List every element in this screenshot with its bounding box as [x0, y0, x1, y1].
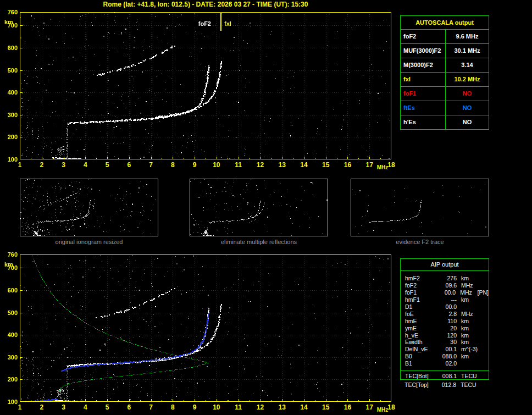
x-axis-tick-label: 3	[57, 403, 70, 411]
x-axis-tick-label: 8	[166, 161, 179, 169]
aip-row-value: 30	[437, 339, 457, 345]
thumbnail-original-canvas	[20, 179, 158, 236]
y-axis-tick-label: 300	[2, 354, 18, 361]
aip-row: TEC[Top] 012.8 TECU	[400, 381, 489, 388]
y-axis-tick-label: 500	[2, 67, 18, 74]
thumbnail-caption: eliminate multiple reflections	[190, 239, 328, 245]
aip-row-value: 110	[437, 318, 457, 324]
x-axis-unit-label: MHz	[374, 407, 391, 413]
aip-row: foF1 00.0 MHz [PN]	[401, 289, 489, 296]
aip-row-label: hmF1	[405, 296, 437, 303]
x-axis-tick-label: 9	[188, 161, 201, 169]
aip-row-value: 09.6	[437, 282, 457, 289]
aip-row: foE 2.8 MHz	[401, 310, 489, 317]
x-axis-tick-label: 2	[35, 161, 48, 169]
y-axis-unit-label: km	[4, 261, 19, 268]
table-row: MUF(3000)F2 30.1 MHz	[401, 44, 489, 58]
aip-row-label: DelN_vE	[405, 346, 437, 352]
x-axis-tick-label: 12	[253, 403, 267, 411]
x-axis-tick-label: 10	[210, 403, 223, 411]
x-axis-tick-label: 1	[13, 403, 26, 411]
x-axis-tick-label: 15	[319, 403, 332, 411]
y-axis-tick-label: 600	[2, 45, 18, 51]
aip-row-value: 012.8	[436, 381, 456, 388]
thumbnail-f2-trace-canvas	[351, 179, 489, 236]
autoscala-output-title: AUTOSCALA output	[401, 16, 489, 30]
table-row: foF2 9.6 MHz	[401, 30, 489, 44]
autoscala-row-value: NO	[446, 115, 489, 129]
x-axis-tick-label: 13	[275, 161, 289, 169]
aip-row-label: hmE	[405, 318, 437, 324]
table-row: ftEs NO	[401, 101, 489, 115]
aip-row-unit: m^(-3)	[457, 346, 479, 352]
y-axis-tick-label: 400	[2, 331, 18, 338]
aip-row-label: Ewidth	[405, 339, 437, 345]
top-ionogram-plot: foF2 fxI 760700600500400300200100km12345…	[20, 12, 391, 159]
x-axis-tick-label: 16	[341, 161, 354, 169]
aip-row-unit: km	[457, 325, 479, 331]
aip-row-unit: km	[457, 318, 479, 324]
y-axis-tick-label: 600	[2, 287, 18, 294]
x-axis-tick-label: 14	[297, 161, 311, 169]
aip-row: hmE 110 km	[401, 317, 489, 324]
aip-row-value: 00.0	[436, 289, 456, 296]
autoscala-row-label: foF1	[401, 87, 446, 101]
x-axis-tick-label: 16	[341, 403, 354, 411]
aip-row-unit: km	[457, 275, 479, 281]
page-title: Rome (lat: +41.8, lon: 012.5) - DATE: 20…	[20, 1, 391, 8]
y-axis-tick-label: 760	[2, 9, 18, 15]
aip-output-panel: AIP output hmF2 276 km foF2 09.6 MHz foF…	[400, 258, 489, 388]
thumbnail-multiple-reflections	[190, 179, 328, 236]
x-axis-tick-label: 9	[188, 403, 201, 411]
aip-row: hmF1 --- km	[401, 296, 489, 303]
aip-row-label: B1	[405, 360, 437, 367]
x-axis-tick-label: 1	[13, 161, 26, 169]
thumbnail-original-ionogram	[20, 179, 158, 236]
aip-row-unit: MHz	[457, 282, 479, 289]
y-axis-unit-label: km	[4, 19, 19, 25]
aip-row-unit: km	[457, 296, 479, 303]
aip-tec-bot-row: TEC[Bot] 008.1 TECU	[401, 373, 489, 380]
autoscala-row-value: 30.1 MHz	[446, 44, 489, 58]
aip-row-label: foE	[405, 311, 437, 317]
table-row: h'Es NO	[401, 115, 489, 129]
x-axis-tick-label: 15	[319, 161, 332, 169]
aip-row-value: 2.8	[437, 311, 457, 317]
autoscala-row-value: NO	[446, 101, 489, 115]
aip-row-value: 088.0	[437, 353, 457, 359]
aip-row: B0 088.0 km	[401, 353, 489, 360]
autoscala-row-label: MUF(3000)F2	[401, 44, 446, 58]
autoscala-row-label: h'Es	[401, 115, 446, 129]
aip-row-label: foF1	[405, 289, 436, 296]
x-axis-tick-label: 5	[101, 403, 114, 411]
aip-row-label: B0	[405, 353, 437, 359]
aip-row-unit: km	[457, 339, 479, 345]
autoscala-row-value: 10.2 MHz	[446, 73, 489, 86]
aip-row-unit: MHz	[457, 311, 479, 317]
y-axis-tick-label: 500	[2, 309, 18, 316]
aip-row: DelN_vE 00.1 m^(-3)	[401, 346, 489, 353]
aip-row: hmF2 276 km	[401, 275, 489, 282]
x-axis-tick-label: 4	[79, 161, 92, 169]
autoscala-output-panel: AUTOSCALA output foF2 9.6 MHz MUF(3000)F…	[400, 15, 489, 130]
autoscala-row-label: ftEs	[401, 101, 446, 115]
x-axis-tick-label: 12	[253, 161, 267, 169]
autoscala-row-value: 9.6 MHz	[446, 30, 489, 43]
aip-output-box: AIP output hmF2 276 km foF2 09.6 MHz foF…	[400, 258, 489, 380]
aip-row: ymE 20 km	[401, 324, 489, 331]
autoscala-row-label: foF2	[401, 30, 446, 43]
aip-row-unit: km	[457, 353, 479, 359]
table-row: foF1 NO	[401, 87, 489, 101]
aip-row-label: foF2	[405, 282, 437, 289]
x-axis-tick-label: 14	[297, 403, 311, 411]
x-axis-tick-label: 7	[145, 161, 158, 169]
aip-separator	[401, 370, 489, 371]
x-axis-tick-label: 11	[232, 403, 245, 411]
thumbnail-f2-trace	[351, 179, 489, 236]
y-axis-tick-label: 300	[2, 112, 18, 118]
autoscala-row-label: fxI	[401, 73, 446, 86]
aip-row-unit: km	[457, 332, 479, 339]
aip-row-value: ---	[437, 296, 457, 303]
y-axis-tick-label: 400	[2, 89, 18, 96]
x-axis-unit-label: MHz	[374, 164, 391, 170]
